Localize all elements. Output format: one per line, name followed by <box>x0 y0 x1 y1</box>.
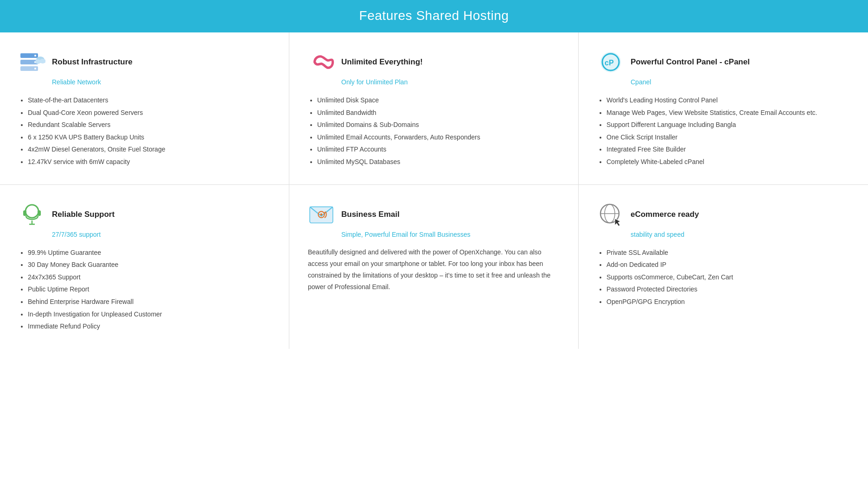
list-item: Unlimited Email Accounts, Forwarders, Au… <box>317 131 560 144</box>
list-item: In-depth Investigation for Unpleased Cus… <box>28 308 270 321</box>
feature-cell-business-email: Business EmailSimple, Powerful Email for… <box>289 185 579 349</box>
unlimited-icon <box>308 49 335 76</box>
feature-header-reliable-support: Reliable Support <box>19 201 270 228</box>
list-item: Unlimited FTP Accounts <box>317 143 560 156</box>
svg-point-19 <box>320 213 323 215</box>
email-icon <box>308 201 335 228</box>
svg-point-8 <box>35 59 41 64</box>
list-item: Unlimited MySQL Databases <box>317 156 560 168</box>
list-item: Supports osCommerce, CubeCart, Zen Cart <box>606 271 849 284</box>
list-item: 6 x 1250 KVA UPS Battery Backup Units <box>28 131 270 144</box>
cpanel-icon: cP <box>597 49 624 76</box>
list-item: Manage Web Pages, View Website Statistic… <box>606 107 849 119</box>
list-item: Public Uptime Report <box>28 283 270 296</box>
feature-subtitle-unlimited-everything: Only for Unlimited Plan <box>341 78 560 86</box>
feature-subtitle-ecommerce-ready: stability and speed <box>631 231 849 238</box>
list-item: State-of-the-art Datacenters <box>28 94 270 107</box>
svg-text:cP: cP <box>605 59 614 67</box>
feature-header-ecommerce-ready: eCommerce ready <box>597 201 849 228</box>
page-title: Features Shared Hosting <box>0 8 868 23</box>
feature-title-unlimited-everything: Unlimited Everything! <box>341 57 423 67</box>
feature-header-unlimited-everything: Unlimited Everything! <box>308 49 560 76</box>
list-item: Unlimited Domains & Sub-Domains <box>317 119 560 131</box>
feature-cell-reliable-support: Reliable Support27/7/365 support99.9% Up… <box>0 185 289 349</box>
list-item: Add-on Dedicated IP <box>606 259 849 271</box>
list-item: Completely White-Labeled cPanel <box>606 156 849 168</box>
feature-desc-business-email: Beautifully designed and delivered with … <box>308 246 560 293</box>
list-item: Unlimited Bandwidth <box>317 107 560 119</box>
list-item: Password Protected Directories <box>606 283 849 296</box>
list-item: 4x2mW Diesel Generators, Onsite Fuel Sto… <box>28 143 270 156</box>
svg-rect-13 <box>23 210 26 216</box>
feature-title-robust-infrastructure: Robust Infrastructure <box>52 57 133 67</box>
feature-cell-ecommerce-ready: eCommerce readystability and speedPrivat… <box>579 185 868 349</box>
list-item: 24x7x365 Support <box>28 271 270 284</box>
page-header: Features Shared Hosting <box>0 0 868 32</box>
feature-cell-robust-infrastructure: Robust InfrastructureReliable NetworkSta… <box>0 32 289 185</box>
list-item: Immediate Refund Policy <box>28 320 270 333</box>
ecom-icon <box>597 201 624 228</box>
feature-header-business-email: Business Email <box>308 201 560 228</box>
list-item: One Click Script Installer <box>606 131 849 144</box>
list-item: 30 Day Money Back Guarantee <box>28 259 270 271</box>
infra-icon <box>19 49 45 76</box>
support-icon <box>19 201 45 228</box>
feature-title-powerful-cpanel: Powerful Control Panel - cPanel <box>631 57 750 67</box>
list-item: 12.47kV service with 6mW capacity <box>28 156 270 168</box>
svg-point-3 <box>34 55 36 57</box>
feature-title-ecommerce-ready: eCommerce ready <box>631 210 699 219</box>
list-item: Private SSL Available <box>606 246 849 259</box>
list-item: Redundant Scalable Servers <box>28 119 270 131</box>
feature-header-robust-infrastructure: Robust Infrastructure <box>19 49 270 76</box>
feature-cell-powerful-cpanel: cP Powerful Control Panel - cPanelCpanel… <box>579 32 868 185</box>
feature-list-powerful-cpanel: World's Leading Hosting Control PanelMan… <box>597 94 849 168</box>
feature-subtitle-powerful-cpanel: Cpanel <box>631 78 849 86</box>
list-item: 99.9% Uptime Guarantee <box>28 246 270 259</box>
svg-point-12 <box>26 205 38 218</box>
list-item: World's Leading Hosting Control Panel <box>606 94 849 107</box>
feature-subtitle-business-email: Simple, Powerful Email for Small Busines… <box>341 231 560 238</box>
list-item: OpenPGP/GPG Encryption <box>606 296 849 308</box>
feature-list-unlimited-everything: Unlimited Disk SpaceUnlimited BandwidthU… <box>308 94 560 168</box>
feature-header-powerful-cpanel: cP Powerful Control Panel - cPanel <box>597 49 849 76</box>
feature-title-business-email: Business Email <box>341 210 400 219</box>
svg-rect-14 <box>38 210 41 216</box>
svg-point-5 <box>34 68 36 70</box>
feature-list-reliable-support: 99.9% Uptime Guarantee30 Day Money Back … <box>19 246 270 333</box>
feature-list-ecommerce-ready: Private SSL AvailableAdd-on Dedicated IP… <box>597 246 849 308</box>
list-item: Integrated Free Site Builder <box>606 143 849 156</box>
list-item: Behind Enterprise Hardware Firewall <box>28 296 270 308</box>
feature-list-robust-infrastructure: State-of-the-art DatacentersDual Quad-Co… <box>19 94 270 168</box>
list-item: Unlimited Disk Space <box>317 94 560 107</box>
features-grid: Robust InfrastructureReliable NetworkSta… <box>0 32 868 349</box>
list-item: Support Different Language Including Ban… <box>606 119 849 131</box>
feature-subtitle-reliable-support: 27/7/365 support <box>52 231 270 238</box>
svg-marker-23 <box>615 219 620 226</box>
list-item: Dual Quad-Core Xeon powered Servers <box>28 107 270 119</box>
feature-title-reliable-support: Reliable Support <box>52 210 115 219</box>
feature-cell-unlimited-everything: Unlimited Everything!Only for Unlimited … <box>289 32 579 185</box>
feature-subtitle-robust-infrastructure: Reliable Network <box>52 78 270 86</box>
